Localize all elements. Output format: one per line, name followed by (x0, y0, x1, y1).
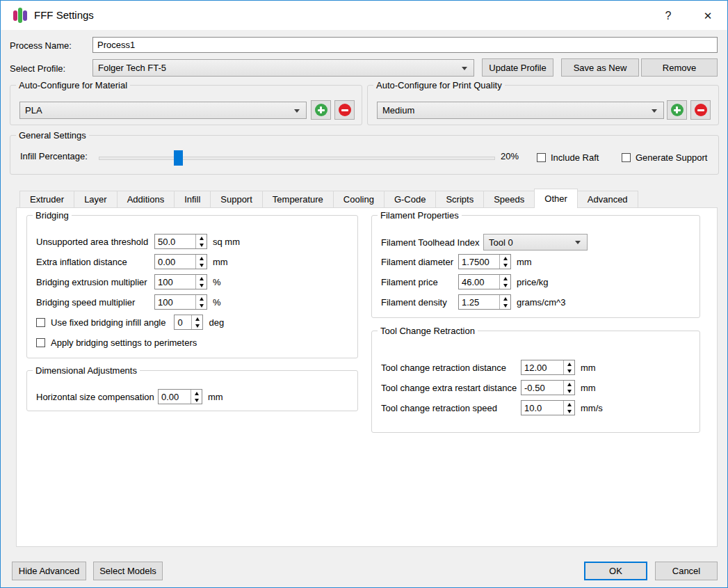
fixed-bridging-infill-angle-input[interactable] (175, 315, 191, 329)
quality-dropdown[interactable]: Medium (377, 102, 664, 119)
spin-down-button[interactable] (196, 262, 207, 269)
tool-change-retraction-speed-spinbox[interactable] (521, 400, 575, 415)
tab-scripts[interactable]: Scripts (435, 191, 484, 208)
horizontal-size-compensation-input[interactable] (159, 390, 191, 404)
filament-diameter-input[interactable] (459, 255, 499, 269)
help-button[interactable]: ? (659, 7, 677, 24)
remove-profile-button[interactable]: Remove (641, 58, 718, 77)
spin-buttons[interactable] (499, 255, 510, 269)
tool-change-extra-restart-distance-spinbox[interactable] (521, 380, 575, 395)
bridging-speed-multiplier-input[interactable] (155, 295, 195, 309)
include-raft-checkbox[interactable] (537, 153, 546, 162)
spin-up-button[interactable] (564, 401, 574, 408)
filament-density-spinbox[interactable] (458, 294, 511, 310)
spin-buttons[interactable] (195, 255, 207, 269)
bridging-extrusion-multiplier-input[interactable] (155, 275, 195, 289)
spin-down-button[interactable] (196, 302, 207, 309)
spin-down-button[interactable] (500, 262, 510, 269)
spin-down-button[interactable] (564, 388, 574, 395)
add-quality-button[interactable] (667, 100, 687, 120)
tab-cooling[interactable]: Cooling (333, 191, 385, 208)
tool-change-extra-restart-distance-input[interactable] (521, 381, 563, 395)
spin-up-button[interactable] (196, 255, 207, 262)
spin-up-button[interactable] (500, 275, 510, 282)
tool-change-retraction-speed-input[interactable] (521, 401, 563, 415)
select-profile-dropdown[interactable]: Folger Tech FT-5 (92, 59, 474, 77)
spin-buttons[interactable] (195, 235, 207, 248)
tab-extruder[interactable]: Extruder (19, 191, 74, 208)
extra-inflation-distance-spinbox[interactable] (154, 254, 207, 269)
extra-inflation-distance-input[interactable] (155, 255, 195, 269)
spin-buttons[interactable] (563, 360, 574, 374)
filament-price-spinbox[interactable] (458, 274, 511, 289)
filament-price-input[interactable] (459, 275, 499, 289)
tool-change-retraction-distance-spinbox[interactable] (521, 360, 575, 375)
spin-down-button[interactable] (196, 241, 207, 248)
spin-up-button[interactable] (500, 295, 510, 302)
spin-up-button[interactable] (196, 235, 207, 241)
spin-buttons[interactable] (195, 295, 207, 309)
add-material-button[interactable] (311, 100, 331, 120)
generate-support-checkbox[interactable] (622, 153, 631, 162)
tab-gcode[interactable]: G-Code (384, 191, 437, 208)
spin-down-button[interactable] (564, 408, 574, 415)
spin-up-button[interactable] (564, 360, 574, 367)
spin-buttons[interactable] (191, 315, 202, 329)
spin-up-button[interactable] (191, 390, 202, 397)
ok-button[interactable]: OK (584, 562, 647, 580)
simplify3d-app-icon (11, 7, 29, 24)
tab-other[interactable]: Other (534, 189, 578, 208)
spin-up-button[interactable] (500, 255, 510, 262)
spin-buttons[interactable] (195, 275, 207, 289)
tab-advanced[interactable]: Advanced (577, 191, 638, 208)
spin-buttons[interactable] (563, 401, 574, 415)
tool-change-retraction-distance-input[interactable] (521, 360, 563, 374)
tab-infill[interactable]: Infill (174, 191, 211, 208)
cancel-button[interactable]: Cancel (655, 562, 718, 580)
spin-down-button[interactable] (192, 322, 202, 329)
spin-down-button[interactable] (196, 282, 207, 289)
spin-down-button[interactable] (191, 397, 202, 404)
select-models-button[interactable]: Select Models (93, 562, 163, 580)
slider-track[interactable] (99, 157, 495, 160)
hide-advanced-button[interactable]: Hide Advanced (12, 562, 86, 580)
spin-buttons[interactable] (499, 295, 510, 309)
update-profile-button[interactable]: Update Profile (482, 58, 553, 77)
spin-buttons[interactable] (499, 275, 510, 289)
spin-up-button[interactable] (196, 295, 207, 302)
slider-handle[interactable] (174, 150, 183, 166)
apply-bridging-to-perimeters-checkbox[interactable] (36, 338, 45, 347)
process-name-input[interactable] (92, 37, 718, 53)
infill-percentage-slider[interactable] (99, 150, 495, 166)
tab-temperature[interactable]: Temperature (262, 191, 334, 208)
fixed-bridging-infill-angle-spinbox[interactable] (174, 315, 203, 330)
spin-up-button[interactable] (564, 381, 574, 388)
setting-row: Tool change extra restart distance mm (381, 380, 690, 395)
tab-speeds[interactable]: Speeds (483, 191, 535, 208)
spin-buttons[interactable] (191, 390, 202, 404)
filament-diameter-spinbox[interactable] (458, 254, 511, 269)
tab-support[interactable]: Support (210, 191, 263, 208)
tab-layer[interactable]: Layer (74, 191, 118, 208)
remove-material-button[interactable] (334, 100, 355, 120)
spin-down-button[interactable] (500, 302, 510, 309)
material-dropdown[interactable]: PLA (19, 102, 307, 119)
spin-up-button[interactable] (196, 275, 207, 282)
spin-down-button[interactable] (564, 367, 574, 374)
remove-quality-button[interactable] (690, 100, 711, 120)
bridging-speed-multiplier-spinbox[interactable] (154, 294, 207, 310)
filament-toolhead-index-dropdown[interactable]: Tool 0 (483, 234, 588, 251)
close-button[interactable]: ✕ (699, 7, 717, 24)
spin-up-button[interactable] (192, 315, 202, 322)
filament-density-input[interactable] (459, 295, 499, 309)
spin-down-button[interactable] (500, 282, 510, 289)
tab-additions[interactable]: Additions (117, 191, 175, 208)
title-bar[interactable]: FFF Settings ? ✕ (1, 1, 727, 30)
spin-buttons[interactable] (563, 381, 574, 395)
fixed-bridging-infill-angle-checkbox[interactable] (36, 318, 45, 327)
bridging-extrusion-multiplier-spinbox[interactable] (154, 274, 207, 289)
save-as-new-button[interactable]: Save as New (561, 58, 639, 77)
unsupported-area-threshold-input[interactable] (155, 235, 195, 248)
unsupported-area-threshold-spinbox[interactable] (154, 234, 207, 249)
horizontal-size-compensation-spinbox[interactable] (158, 389, 202, 404)
